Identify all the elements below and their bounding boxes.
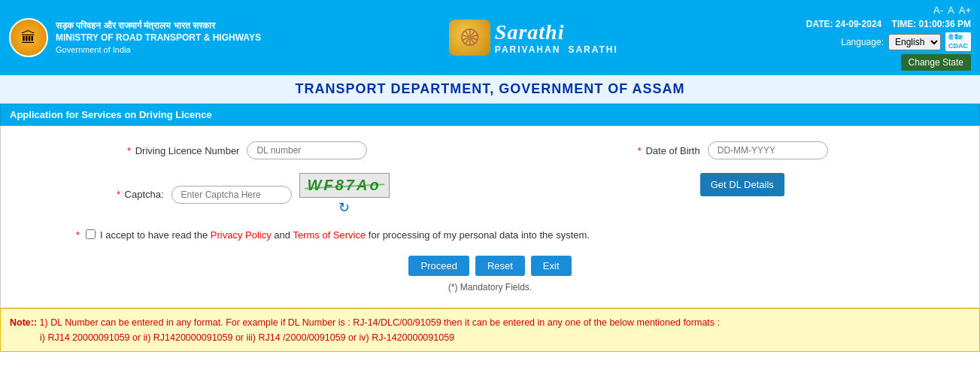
- terms-text: I accept to have read the Privacy Policy…: [100, 229, 590, 241]
- date-value: 24-09-2024: [836, 19, 881, 29]
- note-text2: i) RJ14 20000091059 or ii) RJ14200000910…: [40, 332, 454, 343]
- hindi-title: सड़क परिवहन और राजमार्ग मंत्रालय भारत सर…: [56, 20, 261, 32]
- captcha-image-group: WF87Ao ↻: [299, 173, 390, 216]
- sarathi-logo: 🛞 Sarathi PARIVAHAN SARATHI: [449, 20, 618, 56]
- parivahan-label: PARIVAHAN: [495, 44, 561, 55]
- captcha-field-group: * Captcha: WF87Ao ↻: [16, 173, 490, 216]
- language-row: Language: English हिंदी वी बैंकCDAC: [841, 32, 971, 51]
- get-dl-section: Get DL Details: [490, 173, 965, 196]
- datetime-display: DATE: 24-09-2024 TIME: 01:00:36 PM: [806, 19, 971, 29]
- ministry-info: सड़क परिवहन और राजमार्ग मंत्रालय भारत सर…: [56, 20, 261, 56]
- dob-field: * Date of Birth: [638, 141, 828, 159]
- date-label: DATE:: [806, 19, 833, 29]
- note-text1: 1) DL Number can be entered in any forma…: [40, 317, 720, 328]
- language-select[interactable]: English हिंदी: [888, 34, 941, 50]
- privacy-policy-link[interactable]: Privacy Policy: [211, 229, 272, 241]
- exit-button[interactable]: Exit: [531, 256, 572, 276]
- sarathi-text-block: Sarathi PARIVAHAN SARATHI: [495, 20, 618, 55]
- captcha-row: * Captcha: WF87Ao ↻ Get DL Details: [16, 173, 964, 216]
- font-size-controls: A- A A+: [933, 5, 971, 16]
- time-label: TIME:: [892, 19, 917, 29]
- section-header: Application for Services on Driving Lice…: [0, 104, 980, 126]
- terms-checkbox[interactable]: [86, 229, 96, 239]
- mandatory-note: (*) Mandatory Fields.: [16, 282, 964, 293]
- header: 🏛 सड़क परिवहन और राजमार्ग मंत्रालय भारत …: [0, 0, 980, 75]
- proceed-button[interactable]: Proceed: [408, 256, 469, 276]
- captcha-input[interactable]: [171, 186, 292, 204]
- refresh-captcha-icon[interactable]: ↻: [338, 199, 350, 216]
- dl-required-star: *: [127, 145, 131, 156]
- header-right: A- A A+ DATE: 24-09-2024 TIME: 01:00:36 …: [806, 5, 971, 71]
- language-label: Language:: [841, 37, 884, 47]
- note-label: Note::: [10, 317, 37, 328]
- note-bar: Note:: 1) DL Number can be entered in an…: [0, 308, 980, 352]
- reset-button[interactable]: Reset: [475, 256, 525, 276]
- ministry-name: MINISTRY OF ROAD TRANSPORT & HIGHWAYS: [56, 32, 261, 44]
- font-mid-button[interactable]: A: [948, 5, 954, 16]
- dl-label: * Driving Licence Number: [127, 145, 239, 156]
- change-state-button[interactable]: Change State: [901, 54, 971, 71]
- emblem-icon: 🏛: [9, 18, 48, 57]
- terms-of-service-link[interactable]: Terms of Service: [293, 229, 366, 241]
- header-left: 🏛 सड़क परिवहन और राजमार्ग मंत्रालय भारत …: [9, 18, 261, 57]
- sarathi-emblem-icon: 🛞: [449, 20, 490, 56]
- dl-number-field: * Driving Licence Number: [127, 141, 367, 159]
- captcha-label: * Captcha:: [117, 189, 164, 200]
- sarathi-brand: Sarathi: [495, 20, 618, 44]
- terms-checkbox-row: * I accept to have read the Privacy Poli…: [76, 229, 964, 241]
- font-small-button[interactable]: A-: [933, 5, 943, 16]
- get-dl-details-button[interactable]: Get DL Details: [700, 173, 784, 196]
- header-center: 🛞 Sarathi PARIVAHAN SARATHI: [449, 20, 618, 56]
- dob-required-star: *: [638, 145, 642, 156]
- gov-label: Government of India: [56, 44, 261, 56]
- cdac-badge: वी बैंकCDAC: [945, 32, 971, 51]
- sarathi-label: SARATHI: [568, 44, 617, 55]
- terms-required-star: *: [76, 229, 80, 241]
- dl-number-input[interactable]: [247, 141, 367, 159]
- font-large-button[interactable]: A+: [959, 5, 971, 16]
- form-container: * Driving Licence Number * Date of Birth…: [0, 126, 980, 308]
- time-value: 01:00:36 PM: [919, 19, 971, 29]
- dob-input[interactable]: [708, 141, 828, 159]
- dob-label: * Date of Birth: [638, 145, 700, 156]
- page-title: TRANSPORT DEPARTMENT, GOVERNMENT OF ASSA…: [0, 75, 980, 104]
- action-buttons: Proceed Reset Exit: [16, 256, 964, 276]
- dl-dob-row: * Driving Licence Number * Date of Birth: [16, 141, 964, 159]
- captcha-image: WF87Ao: [299, 173, 390, 198]
- captcha-required-star: *: [117, 189, 120, 200]
